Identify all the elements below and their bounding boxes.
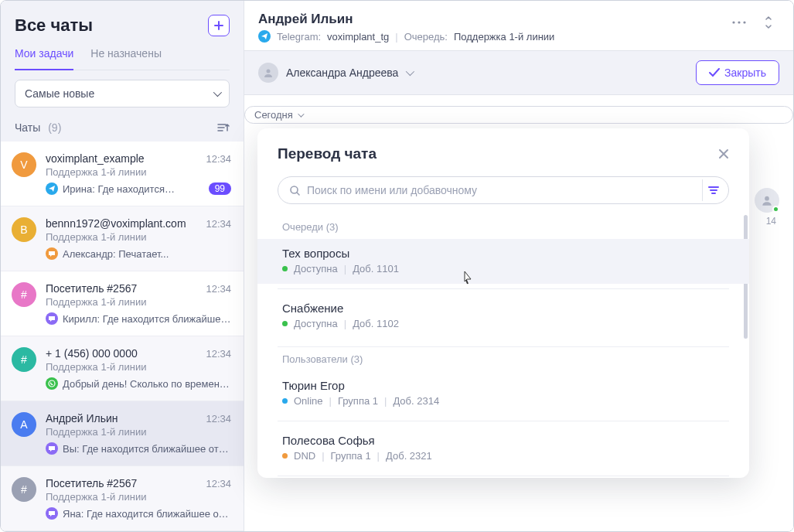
status-dot <box>282 321 288 326</box>
chat-time: 12:34 <box>206 218 231 230</box>
chat-time: 12:34 <box>206 283 231 295</box>
chats-header: Чаты (9) <box>1 117 244 142</box>
chat-name: Посетитель #2567 <box>46 282 137 295</box>
person-icon <box>263 67 274 78</box>
chat-preview: Ирина: Где находится… <box>63 183 204 195</box>
chat-name: Посетитель #2567 <box>46 477 137 489</box>
chat-avatar: # <box>12 477 36 502</box>
chat-name: + 1 (456) 000 0000 <box>46 347 138 360</box>
assignee-avatar <box>258 63 278 83</box>
user-result-item[interactable]: Тюрин Егор Online | Группа 1 | Доб. 2314 <box>257 371 749 416</box>
chat-queue: Поддержка 1-й линии <box>46 296 231 308</box>
chevron-down-icon <box>406 67 414 76</box>
sidebar: Все чаты Мои задачи Не назначены Самые н… <box>1 1 244 531</box>
divider <box>278 476 729 476</box>
assignee-name: Александра Андреева <box>286 66 398 79</box>
channel-handle: voximplant_tg <box>327 31 389 43</box>
chat-preview: Вы: Где находится ближайшее от… <box>63 443 231 455</box>
sidebar-tabs: Мои задачи Не назначены <box>15 47 230 70</box>
result-name: Тюрин Егор <box>282 379 729 392</box>
user-result-item[interactable]: Полесова Софья DND | Группа 1 | Доб. 232… <box>257 426 749 471</box>
search-box <box>278 176 729 204</box>
sort-select[interactable]: Самые новые <box>15 80 230 107</box>
modal-title: Перевод чата <box>278 145 377 162</box>
check-icon <box>709 68 720 77</box>
channel-label: Telegram: <box>277 31 321 43</box>
date-filter[interactable]: Сегодня <box>244 106 793 124</box>
chat-item[interactable]: # Посетитель #2567 12:34 Поддержка 1-й л… <box>1 466 244 531</box>
queue-result-item[interactable]: Снабжение Доступна | Доб. 1102 <box>257 294 749 339</box>
chat-time: 12:34 <box>206 153 231 165</box>
telegram-icon <box>258 30 271 43</box>
group-text: Группа 1 <box>338 395 378 407</box>
expand-button[interactable] <box>758 12 779 33</box>
close-chat-label: Закрыть <box>724 66 766 79</box>
sidebar-header: Все чаты Мои задачи Не назначены <box>1 1 244 70</box>
chat-name: voximplant_example <box>46 152 145 165</box>
transfer-chat-modal: Перевод чата Очереди (3) Тех вопросы Дос… <box>257 128 749 478</box>
extension: Доб. 2321 <box>386 450 432 462</box>
chat-queue: Поддержка 1-й линии <box>46 231 231 243</box>
assignee-row: Александра Андреева Закрыть <box>244 51 793 95</box>
status-text: Online <box>294 395 323 407</box>
dots-icon <box>732 21 746 24</box>
contact-name: Андрей Ильин <box>258 12 554 27</box>
participant-count: 14 <box>755 216 776 227</box>
close-icon <box>718 148 729 159</box>
chat-time: 12:34 <box>206 478 231 489</box>
result-list[interactable]: Очереди (3) Тех вопросы Доступна | Доб. … <box>257 215 749 478</box>
chat-queue: Поддержка 1-й линии <box>46 361 231 373</box>
more-button[interactable] <box>728 12 750 33</box>
chat-icon <box>46 442 58 455</box>
compose-button[interactable] <box>208 15 230 36</box>
chat-name: bennn1972@voximplant.com <box>46 217 186 230</box>
tab-my-tasks[interactable]: Мои задачи <box>15 47 73 70</box>
search-input[interactable] <box>307 184 702 196</box>
result-name: Полесова Софья <box>282 434 729 447</box>
svg-point-4 <box>267 70 271 73</box>
queue-result-item[interactable]: Тех вопросы Доступна | Доб. 1101 <box>257 239 749 284</box>
filter-button[interactable] <box>702 179 724 201</box>
chats-label: Чаты <box>15 121 40 134</box>
date-label: Сегодня <box>254 109 293 121</box>
expand-icon <box>764 16 773 29</box>
status-dot <box>282 398 288 404</box>
msg-icon <box>46 247 58 260</box>
chat-item[interactable]: # Посетитель #2567 12:34 Поддержка 1-й л… <box>1 271 244 336</box>
chat-avatar: # <box>12 282 36 307</box>
queue-label: Очередь: <box>404 31 448 43</box>
sort-row: Самые новые <box>1 70 244 117</box>
result-name: Тех вопросы <box>282 247 729 260</box>
result-name: Снабжение <box>282 302 729 315</box>
group-text: Группа 1 <box>331 450 371 462</box>
chat-item[interactable]: B bennn1972@voximplant.com 12:34 Поддерж… <box>1 206 244 271</box>
chat-preview: Яна: Где находится ближайшее от… <box>63 508 231 520</box>
chat-queue: Поддержка 1-й линии <box>46 426 231 438</box>
chat-queue: Поддержка 1-й линии <box>46 166 231 178</box>
sort-asc-icon <box>217 122 230 133</box>
svg-point-3 <box>743 21 745 23</box>
participant-avatar[interactable]: 14 <box>755 188 779 227</box>
users-section-label: Пользователи (3) <box>257 347 749 371</box>
conversation-header: Андрей Ильин Telegram: voximplant_tg | О… <box>244 1 793 51</box>
chat-queue: Поддержка 1-й линии <box>46 491 231 503</box>
chat-list[interactable]: V voximplant_example 12:34 Поддержка 1-й… <box>1 142 244 531</box>
assignee-select[interactable]: Александра Андреева <box>258 63 412 83</box>
tab-unassigned[interactable]: Не назначены <box>90 47 162 70</box>
extension: Доб. 1102 <box>353 318 399 329</box>
chat-item[interactable]: V voximplant_example 12:34 Поддержка 1-й… <box>1 142 244 206</box>
chat-icon <box>46 312 58 325</box>
sort-direction-button[interactable] <box>217 122 230 133</box>
status-text: Доступна <box>294 263 338 275</box>
modal-close-button[interactable] <box>718 148 729 159</box>
status-text: DND <box>294 450 315 462</box>
svg-point-1 <box>732 21 734 23</box>
plus-icon <box>213 20 224 31</box>
svg-point-0 <box>49 380 55 387</box>
close-chat-button[interactable]: Закрыть <box>696 60 779 85</box>
chat-item[interactable]: А Андрей Ильин 12:34 Поддержка 1-й линии… <box>1 401 244 466</box>
app-shell: Все чаты Мои задачи Не назначены Самые н… <box>0 0 794 532</box>
chat-item[interactable]: # + 1 (456) 000 0000 12:34 Поддержка 1-й… <box>1 336 244 401</box>
queues-section-label: Очереди (3) <box>257 215 749 239</box>
filter-icon <box>708 186 719 195</box>
